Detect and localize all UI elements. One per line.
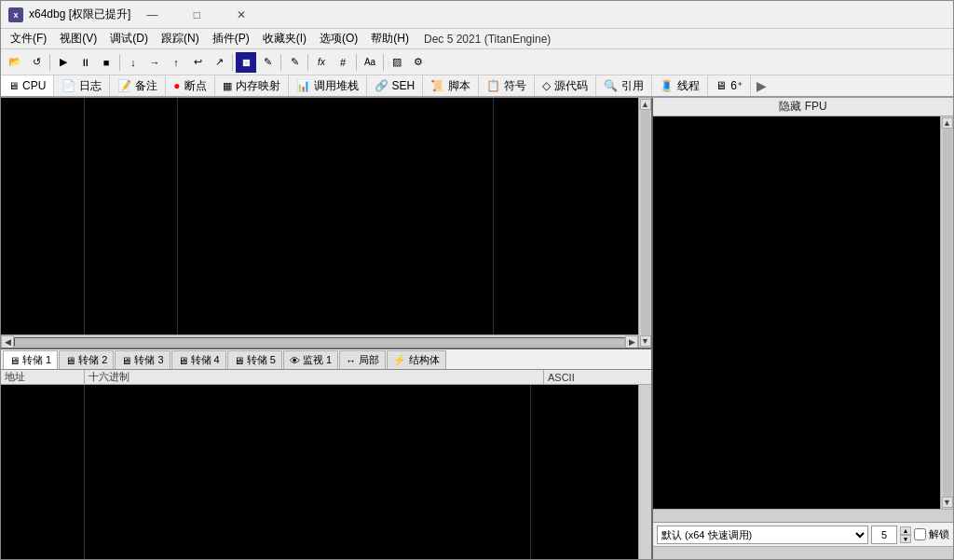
toolbar-run[interactable]: ▶ bbox=[53, 52, 74, 73]
disassembly-section: ◀ ▶ ▲ ▼ bbox=[1, 98, 651, 349]
dump-tab-watch1[interactable]: 👁 监视 1 bbox=[283, 350, 338, 369]
toolbar-hash[interactable]: # bbox=[333, 52, 353, 73]
tab-sym-icon: 📋 bbox=[486, 79, 500, 92]
menu-view[interactable]: 视图(V) bbox=[54, 29, 102, 48]
toolbar-icon6[interactable]: ⚙ bbox=[408, 52, 429, 73]
tab-more[interactable]: 🖥 6⁺ bbox=[708, 75, 751, 97]
menu-help[interactable]: 帮助(H) bbox=[365, 29, 415, 48]
registers-area: ▲ ▼ bbox=[653, 116, 953, 509]
dump-header-ascii: ASCII bbox=[544, 370, 651, 384]
toolbar-restart[interactable]: ↺ bbox=[26, 52, 47, 73]
regs-vscroll-up[interactable]: ▲ bbox=[942, 117, 953, 129]
menu-trace[interactable]: 跟踪(N) bbox=[156, 29, 205, 48]
vscroll-down-arrow[interactable]: ▼ bbox=[640, 335, 651, 347]
maximize-button[interactable]: □ bbox=[175, 1, 218, 29]
tab-src-icon: ◇ bbox=[542, 79, 551, 92]
tab-mm-label: 内存映射 bbox=[236, 78, 280, 94]
toolbar-step-over[interactable]: → bbox=[144, 52, 165, 73]
tab-breakpoints[interactable]: ● 断点 bbox=[166, 75, 214, 97]
registers-hscroll[interactable] bbox=[653, 509, 953, 522]
tab-overflow-button[interactable]: ▶ bbox=[751, 78, 772, 93]
tab-threads[interactable]: 🧵 线程 bbox=[652, 75, 708, 97]
tab-symbols[interactable]: 📋 符号 bbox=[479, 75, 535, 97]
disasm-columns bbox=[1, 98, 638, 335]
vscroll-track[interactable] bbox=[641, 110, 650, 335]
dump-tab-3[interactable]: 🖥 转储 3 bbox=[115, 350, 170, 369]
hscroll-right-arrow[interactable]: ▶ bbox=[625, 335, 638, 348]
title-bar: x x64dbg [权限已提升] — □ ✕ bbox=[1, 1, 953, 29]
quick-call-spinner: ▲ ▼ bbox=[900, 526, 911, 543]
regs-vscroll-track[interactable] bbox=[943, 129, 952, 497]
toolbar-step-out[interactable]: ↑ bbox=[166, 52, 186, 73]
tab-seh[interactable]: 🔗 SEH bbox=[367, 75, 424, 97]
close-button[interactable]: ✕ bbox=[220, 1, 263, 29]
tab-more-icon: 🖥 bbox=[716, 79, 727, 92]
toolbar-patch[interactable]: ✎ bbox=[257, 52, 278, 73]
disasm-col-instructions bbox=[178, 98, 494, 335]
dump-tab-5-label: 转储 5 bbox=[247, 353, 276, 367]
menu-file[interactable]: 文件(F) bbox=[5, 29, 52, 48]
dump-tab-4[interactable]: 🖥 转储 4 bbox=[171, 350, 226, 369]
toolbar-stop[interactable]: ■ bbox=[96, 52, 116, 73]
dump-tab-locals[interactable]: ↔ 局部 bbox=[339, 350, 386, 369]
tab-seh-icon: 🔗 bbox=[375, 79, 388, 92]
toolbar-mem[interactable]: ▦ bbox=[236, 52, 256, 73]
hscroll-left-arrow[interactable]: ◀ bbox=[1, 335, 14, 348]
left-panel: ◀ ▶ ▲ ▼ 🖥 转储 1 bbox=[1, 98, 653, 559]
tab-notes[interactable]: 📝 备注 bbox=[110, 75, 166, 97]
toolbar: 📂 ↺ ▶ ⏸ ■ ↓ → ↑ ↩ ↗ ▦ ✎ ✎ fx # Aa ▨ ⚙ bbox=[1, 49, 953, 75]
dump-tab-1-icon: 🖥 bbox=[9, 355, 20, 366]
build-date: Dec 5 2021 (TitanEngine) bbox=[424, 33, 551, 46]
hscroll-track[interactable] bbox=[14, 337, 625, 347]
quick-call-select[interactable]: 默认 (x64 快速调用) bbox=[657, 526, 868, 544]
toolbar-separator-4 bbox=[280, 54, 281, 71]
right-panel: 隐藏 FPU ▲ ▼ 默认 (x64 快速调用) 5 ▲ ▼ 解锁 bbox=[653, 98, 953, 559]
menu-options[interactable]: 选项(O) bbox=[314, 29, 363, 48]
tab-cpu[interactable]: 🖥 CPU bbox=[1, 75, 54, 98]
toolbar-separator-1 bbox=[49, 54, 50, 71]
vscroll-up-arrow[interactable]: ▲ bbox=[640, 99, 651, 110]
tab-source[interactable]: ◇ 源代码 bbox=[535, 75, 596, 97]
toolbar-scr[interactable]: ✎ bbox=[284, 52, 305, 73]
toolbar-font[interactable]: Aa bbox=[360, 52, 380, 73]
tab-script[interactable]: 📜 脚本 bbox=[423, 75, 479, 97]
toolbar-fx[interactable]: fx bbox=[311, 52, 332, 73]
tab-more-label: 6⁺ bbox=[730, 79, 743, 92]
tab-log[interactable]: 📄 日志 bbox=[54, 75, 110, 97]
tab-refs[interactable]: 🔍 引用 bbox=[596, 75, 652, 97]
dump-tab-struct[interactable]: ⚡ 结构体 bbox=[387, 350, 446, 369]
tab-cpu-icon: 🖥 bbox=[8, 80, 19, 91]
tab-src-label: 源代码 bbox=[554, 78, 588, 94]
tab-memory-map[interactable]: ▦ 内存映射 bbox=[215, 75, 289, 97]
quick-call-number[interactable]: 5 bbox=[871, 526, 897, 544]
dump-tab-5[interactable]: 🖥 转储 5 bbox=[227, 350, 282, 369]
tab-call-stack[interactable]: 📊 调用堆栈 bbox=[289, 75, 367, 97]
toolbar-pause[interactable]: ⏸ bbox=[75, 52, 95, 73]
minimize-button[interactable]: — bbox=[130, 1, 173, 29]
toolbar-step-in[interactable]: ↓ bbox=[123, 52, 143, 73]
tab-bp-icon: ● bbox=[173, 79, 180, 92]
dump-view: 地址 十六进制 ASCII bbox=[1, 370, 651, 559]
toolbar-open[interactable]: 📂 bbox=[5, 52, 25, 73]
unlock-checkbox[interactable] bbox=[914, 528, 926, 540]
fpu-title: 隐藏 FPU bbox=[653, 98, 953, 116]
dump-vscroll[interactable] bbox=[638, 385, 651, 559]
toolbar-separator-5 bbox=[307, 54, 308, 71]
dump-tab-1[interactable]: 🖥 转储 1 bbox=[3, 350, 58, 369]
spinner-up-button[interactable]: ▲ bbox=[900, 526, 911, 535]
dump-column-headers: 地址 十六进制 ASCII bbox=[1, 370, 651, 385]
dump-data-addr bbox=[1, 385, 85, 559]
toolbar-rtt[interactable]: ↩ bbox=[187, 52, 208, 73]
menu-favorites[interactable]: 收藏夹(I) bbox=[257, 29, 312, 48]
menu-debug[interactable]: 调试(D) bbox=[104, 29, 154, 48]
spinner-down-button[interactable]: ▼ bbox=[900, 535, 911, 543]
menu-plugins[interactable]: 插件(P) bbox=[207, 29, 255, 48]
toolbar-alloc[interactable]: ▨ bbox=[387, 52, 407, 73]
toolbar-step5[interactable]: ↗ bbox=[209, 52, 229, 73]
dump-header-hex: 十六进制 bbox=[85, 370, 544, 384]
quick-call-bar: 默认 (x64 快速调用) 5 ▲ ▼ 解锁 bbox=[653, 522, 953, 546]
dump-section: 🖥 转储 1 🖥 转储 2 🖥 转储 3 🖥 转储 4 bbox=[1, 349, 651, 559]
disasm-vscroll: ▲ ▼ bbox=[638, 98, 651, 348]
dump-tab-2[interactable]: 🖥 转储 2 bbox=[59, 350, 114, 369]
regs-vscroll-down[interactable]: ▼ bbox=[942, 497, 953, 508]
